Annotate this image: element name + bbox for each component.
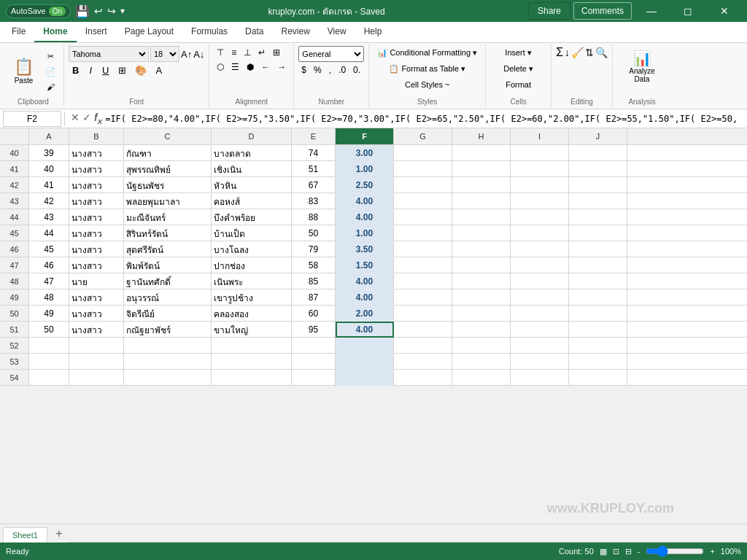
cell-g-45[interactable] bbox=[394, 225, 452, 241]
cell-h-49[interactable] bbox=[452, 289, 511, 306]
cell-h-53[interactable] bbox=[452, 354, 511, 370]
cell-b-46[interactable]: นางสาว bbox=[69, 241, 124, 257]
comma-button[interactable]: , bbox=[326, 63, 334, 77]
sort-filter-button[interactable]: ⇅ bbox=[585, 47, 594, 58]
delete-button[interactable]: Delete ▾ bbox=[490, 62, 546, 76]
cell-d-47[interactable]: ปากช่อง bbox=[212, 257, 292, 273]
cell-b-45[interactable]: นางสาว bbox=[69, 225, 124, 241]
row-header-52[interactable]: 52 bbox=[0, 338, 28, 354]
fill-color-button[interactable]: 🎨 bbox=[132, 64, 150, 77]
sheet-tab-sheet1[interactable]: Sheet1 bbox=[3, 527, 47, 542]
cell-j-53[interactable] bbox=[569, 354, 627, 370]
cell-j-48[interactable] bbox=[569, 273, 627, 289]
cell-i-48[interactable] bbox=[511, 273, 569, 289]
row-header-50[interactable]: 50 bbox=[0, 306, 28, 322]
col-header-j[interactable]: J bbox=[569, 128, 627, 144]
cell-e-44[interactable]: 88 bbox=[292, 209, 336, 225]
wrap-text-button[interactable]: ↵ bbox=[255, 46, 268, 59]
cell-a-46[interactable]: 45 bbox=[29, 241, 69, 257]
tab-help[interactable]: Help bbox=[355, 22, 391, 42]
cell-e-53[interactable] bbox=[292, 354, 336, 370]
cell-i-51[interactable] bbox=[511, 322, 569, 338]
cell-d-40[interactable]: บางตลาด bbox=[212, 145, 292, 161]
cell-a-50[interactable]: 49 bbox=[29, 306, 69, 322]
fill-button[interactable]: ↓ bbox=[565, 47, 570, 58]
cell-f-41[interactable]: 1.00 bbox=[336, 161, 394, 177]
paste-button[interactable]: 📋 Paste bbox=[7, 54, 40, 88]
cell-h-51[interactable] bbox=[452, 322, 511, 338]
decrease-font-icon[interactable]: A↓ bbox=[193, 49, 204, 60]
cell-e-48[interactable]: 85 bbox=[292, 273, 336, 289]
formula-input[interactable]: =IF( E2>=80,"4.00",IF( E2>=75,"3.50",IF(… bbox=[105, 114, 744, 124]
cell-h-50[interactable] bbox=[452, 306, 511, 322]
cell-b-51[interactable]: นางสาว bbox=[69, 322, 124, 338]
row-header-54[interactable]: 54 bbox=[0, 370, 28, 386]
cell-g-47[interactable] bbox=[394, 257, 452, 273]
cell-i-46[interactable] bbox=[511, 241, 569, 257]
cell-j-46[interactable] bbox=[569, 241, 627, 257]
col-header-d[interactable]: D bbox=[212, 128, 292, 144]
row-header-40[interactable]: 40 bbox=[0, 145, 28, 161]
cell-h-41[interactable] bbox=[452, 161, 511, 177]
zoom-out-button[interactable]: - bbox=[638, 547, 640, 556]
cell-b-47[interactable]: นางสาว bbox=[69, 257, 124, 273]
insert-function-icon[interactable]: fx bbox=[94, 112, 102, 125]
number-format-select[interactable]: General bbox=[298, 46, 364, 62]
cell-d-53[interactable] bbox=[212, 354, 292, 370]
cell-b-48[interactable]: นาย bbox=[69, 273, 124, 289]
cell-d-41[interactable]: เชิงเนิน bbox=[212, 161, 292, 177]
cell-g-49[interactable] bbox=[394, 289, 452, 306]
col-header-g[interactable]: G bbox=[394, 128, 452, 144]
cell-a-43[interactable]: 42 bbox=[29, 193, 69, 209]
cell-e-50[interactable]: 60 bbox=[292, 306, 336, 322]
italic-button[interactable]: I bbox=[85, 63, 96, 77]
dec-decimal-button[interactable]: 0. bbox=[350, 63, 363, 77]
cell-e-45[interactable]: 50 bbox=[292, 225, 336, 241]
tab-formulas[interactable]: Formulas bbox=[182, 22, 236, 42]
cell-f-50[interactable]: 2.00 bbox=[336, 306, 394, 322]
col-header-f[interactable]: F bbox=[336, 128, 394, 144]
page-layout-view-icon[interactable]: ⊡ bbox=[613, 547, 619, 556]
cell-c-52[interactable] bbox=[124, 338, 212, 354]
cell-b-40[interactable]: นางสาว bbox=[69, 145, 124, 161]
font-color-button[interactable]: A bbox=[152, 64, 165, 77]
col-header-a[interactable]: A bbox=[29, 128, 69, 144]
cell-i-53[interactable] bbox=[511, 354, 569, 370]
zoom-in-button[interactable]: + bbox=[710, 547, 714, 556]
align-center-button[interactable]: ☰ bbox=[228, 61, 242, 74]
cell-c-44[interactable]: มะณีจันทร์ bbox=[124, 209, 212, 225]
redo-icon[interactable]: ↪ bbox=[107, 5, 116, 17]
cell-j-54[interactable] bbox=[569, 370, 627, 386]
cell-d-45[interactable]: บ้านเป็ด bbox=[212, 225, 292, 241]
cell-f-52[interactable] bbox=[336, 338, 394, 354]
restore-button[interactable]: ◻ bbox=[671, 0, 705, 22]
cell-c-47[interactable]: พิมพ์รัตน์ bbox=[124, 257, 212, 273]
cell-a-45[interactable]: 44 bbox=[29, 225, 69, 241]
cell-b-53[interactable] bbox=[69, 354, 124, 370]
cell-f-43[interactable]: 4.00 bbox=[336, 193, 394, 209]
col-header-i[interactable]: I bbox=[511, 128, 569, 144]
cell-j-52[interactable] bbox=[569, 338, 627, 354]
align-middle-button[interactable]: ≡ bbox=[228, 46, 239, 59]
cell-f-44[interactable]: 4.00 bbox=[336, 209, 394, 225]
cell-g-51[interactable] bbox=[394, 322, 452, 338]
cell-a-40[interactable]: 39 bbox=[29, 145, 69, 161]
cell-h-44[interactable] bbox=[452, 209, 511, 225]
zoom-slider[interactable] bbox=[646, 545, 704, 557]
insert-button[interactable]: Insert ▾ bbox=[490, 46, 546, 60]
cancel-formula-icon[interactable]: ✕ bbox=[71, 112, 80, 125]
cell-d-54[interactable] bbox=[212, 370, 292, 386]
cell-b-43[interactable]: นางสาว bbox=[69, 193, 124, 209]
customize-icon[interactable]: ▾ bbox=[120, 6, 125, 16]
cell-g-40[interactable] bbox=[394, 145, 452, 161]
cell-c-49[interactable]: อนุวรรณ์ bbox=[124, 289, 212, 306]
cell-b-52[interactable] bbox=[69, 338, 124, 354]
cell-h-43[interactable] bbox=[452, 193, 511, 209]
col-header-c[interactable]: C bbox=[124, 128, 212, 144]
cell-j-51[interactable] bbox=[569, 322, 627, 338]
cell-e-54[interactable] bbox=[292, 370, 336, 386]
autosave-toggle[interactable]: AutoSave On bbox=[6, 4, 71, 18]
row-header-45[interactable]: 45 bbox=[0, 225, 28, 241]
row-header-41[interactable]: 41 bbox=[0, 161, 28, 177]
cell-c-46[interactable]: สุดศรีรัตน์ bbox=[124, 241, 212, 257]
